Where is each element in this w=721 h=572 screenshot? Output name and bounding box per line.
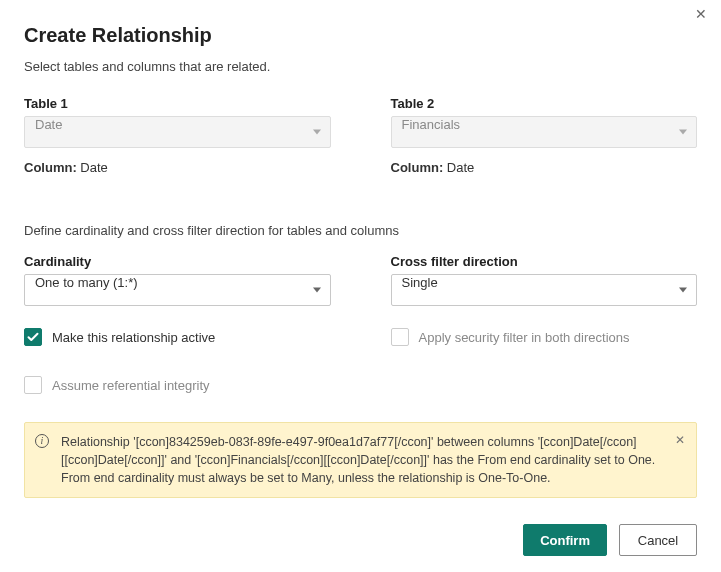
cardinality-section-text: Define cardinality and cross filter dire… (24, 223, 697, 238)
cancel-button[interactable]: Cancel (619, 524, 697, 556)
table2-label: Table 2 (391, 96, 698, 111)
cardinality-row: Cardinality One to many (1:*) Cross filt… (24, 254, 697, 306)
crossfilter-select-value: Single (391, 274, 698, 306)
crossfilter-select[interactable]: Single (391, 274, 698, 306)
security-checkbox (391, 328, 409, 346)
warning-message-bar: i Relationship '[ccon]834259eb-083f-89fe… (24, 422, 697, 498)
table1-column-value: Date (80, 160, 107, 175)
cardinality-select[interactable]: One to many (1:*) (24, 274, 331, 306)
table2-column-value: Date (447, 160, 474, 175)
table2-column-line: Column: Date (391, 160, 698, 175)
dialog-subtitle: Select tables and columns that are relat… (24, 59, 697, 74)
integrity-checkbox-label: Assume referential integrity (52, 378, 210, 393)
dialog-footer: Confirm Cancel (523, 524, 697, 556)
table-select-row: Table 1 Date Column: Date Table 2 Financ… (24, 96, 697, 175)
check-icon (27, 331, 39, 343)
table1-select-value: Date (24, 116, 331, 148)
warning-message-text: Relationship '[ccon]834259eb-083f-89fe-e… (61, 435, 655, 485)
checkbox-row-2: Assume referential integrity (24, 376, 697, 394)
table2-select-value: Financials (391, 116, 698, 148)
table2-column-label: Column: (391, 160, 444, 175)
table1-column-label: Column: (24, 160, 77, 175)
table1-column-line: Column: Date (24, 160, 331, 175)
crossfilter-label: Cross filter direction (391, 254, 698, 269)
close-icon[interactable]: ✕ (689, 4, 713, 28)
checkbox-row-1: Make this relationship active Apply secu… (24, 328, 697, 346)
dismiss-message-icon[interactable]: ✕ (672, 432, 688, 448)
table1-label: Table 1 (24, 96, 331, 111)
table2-select[interactable]: Financials (391, 116, 698, 148)
create-relationship-dialog: ✕ Create Relationship Select tables and … (0, 0, 721, 572)
security-checkbox-label: Apply security filter in both directions (419, 330, 630, 345)
integrity-checkbox (24, 376, 42, 394)
active-checkbox[interactable] (24, 328, 42, 346)
info-icon: i (35, 434, 49, 448)
cardinality-label: Cardinality (24, 254, 331, 269)
cardinality-select-value: One to many (1:*) (24, 274, 331, 306)
active-checkbox-label: Make this relationship active (52, 330, 215, 345)
table1-select[interactable]: Date (24, 116, 331, 148)
confirm-button[interactable]: Confirm (523, 524, 607, 556)
page-title: Create Relationship (24, 24, 697, 47)
